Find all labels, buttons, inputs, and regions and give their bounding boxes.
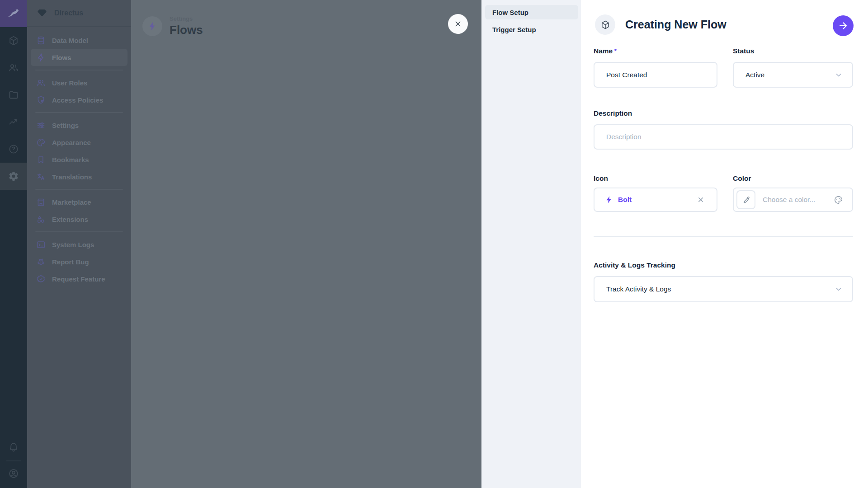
drawer-nav-label: Trigger Setup <box>492 26 536 33</box>
section-divider <box>594 236 853 237</box>
sidebar-item-label: System Logs <box>52 241 94 249</box>
drawer-nav-item-flow-setup[interactable]: Flow Setup <box>485 5 578 19</box>
icon-select[interactable]: Bolt <box>594 188 717 212</box>
sidebar-item-label: Report Bug <box>52 258 89 266</box>
module-bar <box>0 0 27 488</box>
sidebar-item-label: Translations <box>52 173 92 181</box>
app-root: Directus Data Model Flows User Roles Acc… <box>0 0 868 488</box>
sidebar-item-label: Flows <box>52 54 71 61</box>
close-icon <box>453 19 462 28</box>
sidebar-item-label: User Roles <box>52 79 87 87</box>
sidebar-item-bookmarks[interactable]: Bookmarks <box>31 151 127 168</box>
tracking-select[interactable]: Track Activity & Logs <box>594 276 853 302</box>
drawer-panel: Creating New Flow Name* Status Active <box>581 0 868 488</box>
storefront-icon <box>36 197 46 207</box>
color-label: Color <box>733 174 853 184</box>
description-label: Description <box>594 109 853 119</box>
rail-divider <box>6 460 21 461</box>
drawer-nav: Flow Setup Trigger Setup <box>481 0 581 488</box>
page-icon-circle <box>142 16 162 36</box>
sidebar-item-translations[interactable]: Translations <box>31 168 127 185</box>
color-swatch-button[interactable] <box>736 190 755 209</box>
page-title: Flows <box>170 23 203 37</box>
sidebar-item-appearance[interactable]: Appearance <box>31 134 127 151</box>
folder-icon[interactable] <box>3 84 24 106</box>
sidebar-item-flows[interactable]: Flows <box>31 49 127 66</box>
bell-icon[interactable] <box>3 436 24 458</box>
sidebar-nav: Data Model Flows User Roles Access Polic… <box>27 27 131 287</box>
sidebar-item-settings[interactable]: Settings <box>31 117 127 134</box>
sidebar-item-label: Appearance <box>52 139 91 146</box>
sidebar-item-marketplace[interactable]: Marketplace <box>31 193 127 211</box>
chevron-down-icon <box>834 70 843 80</box>
sidebar-item-label: Access Policies <box>52 96 103 104</box>
close-drawer-button[interactable] <box>448 14 468 34</box>
people-icon[interactable] <box>3 57 24 79</box>
insights-icon[interactable] <box>3 111 24 133</box>
help-icon[interactable] <box>3 138 24 160</box>
drawer-nav-item-trigger-setup[interactable]: Trigger Setup <box>485 22 578 37</box>
project-gem-icon <box>36 7 48 19</box>
sidebar-item-user-roles[interactable]: User Roles <box>31 74 127 91</box>
color-input[interactable]: Choose a color... <box>733 188 853 212</box>
sidebar-divider <box>35 189 123 190</box>
box-icon[interactable] <box>3 30 24 52</box>
status-label: Status <box>733 47 853 57</box>
tracking-value: Track Activity & Logs <box>606 285 671 293</box>
sidebar-divider <box>35 112 123 113</box>
sidebar-item-label: Extensions <box>52 216 88 223</box>
bolt-icon <box>36 53 46 62</box>
bookmark-icon <box>36 155 46 164</box>
icon-value: Bolt <box>618 196 632 204</box>
bolt-icon <box>147 21 158 32</box>
eyedropper-icon <box>742 196 750 204</box>
project-header[interactable]: Directus <box>27 0 131 27</box>
palette-icon[interactable] <box>834 195 843 205</box>
settings-gear-icon[interactable] <box>3 165 24 187</box>
project-name: Directus <box>54 9 83 17</box>
status-select[interactable]: Active <box>733 62 853 88</box>
translate-icon <box>36 172 46 182</box>
palette-icon <box>36 138 46 147</box>
color-placeholder: Choose a color... <box>763 196 815 204</box>
database-icon <box>36 36 46 45</box>
people-icon <box>36 78 46 88</box>
name-input[interactable] <box>594 63 717 87</box>
clear-icon[interactable] <box>697 196 705 204</box>
sidebar-item-label: Marketplace <box>52 198 91 206</box>
sidebar-item-request-feature[interactable]: Request Feature <box>31 270 127 287</box>
account-icon[interactable] <box>3 463 24 484</box>
drawer-nav-label: Flow Setup <box>492 9 528 16</box>
sidebar-item-label: Data Model <box>52 37 88 44</box>
tune-icon <box>36 121 46 130</box>
breadcrumb[interactable]: Settings <box>170 15 203 22</box>
description-input[interactable] <box>594 125 852 149</box>
sidebar-item-extensions[interactable]: Extensions <box>31 211 127 228</box>
sidebar-item-system-logs[interactable]: System Logs <box>31 236 127 253</box>
sidebar-item-report-bug[interactable]: Report Bug <box>31 253 127 270</box>
flow-setup-form: Name* Status Active Description <box>594 0 853 302</box>
shield-icon <box>36 95 46 105</box>
bug-icon <box>36 257 46 267</box>
sidebar-item-data-model[interactable]: Data Model <box>31 32 127 49</box>
sidebar-item-label: Settings <box>52 122 79 129</box>
verified-icon <box>36 274 46 284</box>
page-header: Settings Flows <box>142 15 203 37</box>
bolt-icon <box>604 195 613 204</box>
sidebar-item-label: Bookmarks <box>52 156 89 164</box>
sidebar-item-access-policies[interactable]: Access Policies <box>31 91 127 108</box>
chevron-down-icon <box>834 285 843 294</box>
required-asterisk: * <box>614 47 617 55</box>
sidebar-divider <box>35 231 123 232</box>
sidebar-divider <box>35 70 123 70</box>
directus-rabbit-logo-icon[interactable] <box>0 0 27 27</box>
shapes-icon <box>36 215 46 224</box>
status-value: Active <box>745 71 764 79</box>
sidebar-item-label: Request Feature <box>52 275 105 283</box>
name-label: Name* <box>594 47 717 57</box>
terminal-icon <box>36 240 46 249</box>
nav-sidebar: Directus Data Model Flows User Roles Acc… <box>27 0 131 488</box>
icon-label: Icon <box>594 174 717 184</box>
tracking-label: Activity & Logs Tracking <box>594 261 853 271</box>
